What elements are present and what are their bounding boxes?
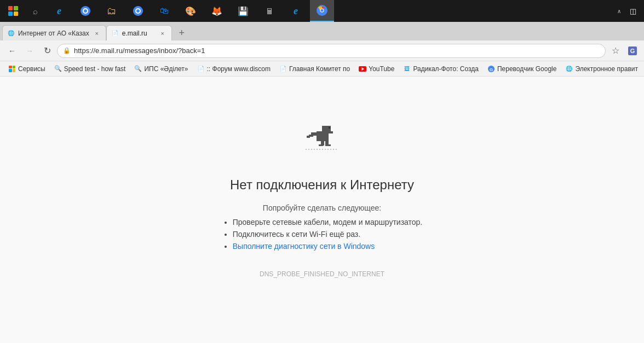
bookmark-radical-label: Радикал-Фото: Созда [413, 65, 479, 73]
taskbar: ⌕ e 🗂 🛍 🎨 🦊 💾 🖩 e ∧ ◫ [0, 0, 644, 22]
svg-text:G: G [490, 67, 493, 72]
bookmark-radical-favicon: 🖼 [403, 65, 411, 73]
tab1-close[interactable]: × [93, 29, 101, 38]
dino-container [306, 120, 338, 155]
bookmark-forum-label: :: Форум www.discom [207, 65, 271, 73]
svg-point-8 [321, 9, 324, 12]
tab1-favicon: 🌐 [7, 30, 15, 37]
bookmark-egov-favicon: 🌐 [565, 65, 573, 73]
error-code: DNS_PROBE_FINISHED_NO_INTERNET [260, 270, 384, 278]
back-button[interactable]: ← [4, 43, 20, 59]
bookmark-komitet-label: Главная Комитет по [289, 65, 350, 73]
bookmark-translate[interactable]: G Переводчик Google [484, 63, 561, 75]
error-bullet-link: Выполните диагностику сети в Windows [233, 242, 423, 251]
taskbar-search[interactable]: ⌕ [25, 3, 45, 19]
bookmark-speedtest-label: Speed test - how fast [64, 65, 126, 73]
taskbar-chrome-2[interactable] [126, 0, 150, 22]
taskbar-fox[interactable]: 🦊 [205, 0, 229, 22]
error-bullets: Проверьте сетевые кабели, модем и маршру… [222, 218, 423, 254]
bookmark-services[interactable]: Сервисы [4, 63, 49, 75]
svg-rect-17 [329, 131, 333, 133]
nav-bar: ← → ↻ 🔒 https://e.mail.ru/messages/inbox… [0, 40, 644, 61]
extension-button[interactable]: G [625, 44, 640, 58]
svg-rect-21 [307, 136, 310, 138]
tab1-title: Интернет от АО «Казах [18, 30, 89, 37]
tab2-title: e.mail.ru [122, 30, 155, 37]
browser-window: 🌐 Интернет от АО «Казах × 📄 e.mail.ru × … [0, 22, 644, 343]
bookmark-translate-label: Переводчик Google [497, 65, 557, 73]
bookmark-services-label: Сервисы [18, 65, 45, 73]
address-text: https://e.mail.ru/messages/inbox/?back=1 [74, 46, 600, 55]
taskbar-chrome-1[interactable] [73, 0, 97, 22]
taskbar-folder[interactable]: 🗂 [100, 0, 124, 22]
bookmark-adilet-favicon: 🔍 [134, 65, 142, 73]
svg-rect-26 [324, 135, 327, 137]
svg-rect-25 [325, 144, 331, 146]
svg-rect-27 [326, 137, 329, 138]
svg-rect-18 [329, 127, 330, 129]
star-button[interactable]: ☆ [608, 43, 623, 59]
tab2-close[interactable]: × [158, 29, 167, 38]
bookmark-youtube-label: YouTube [369, 65, 394, 73]
forward-button[interactable]: → [22, 43, 37, 59]
tray-chevron[interactable]: ∧ [615, 6, 623, 16]
bookmark-services-favicon [8, 65, 16, 73]
bookmark-komitet[interactable]: 📄 Главная Комитет по [275, 63, 354, 75]
bookmark-forum-favicon: 📄 [197, 65, 205, 73]
taskbar-edge[interactable]: e [47, 0, 71, 22]
page-content: Нет подключения к Интернету Попробуйте с… [0, 77, 644, 343]
taskbar-store[interactable]: 🛍 [152, 0, 176, 22]
dino-icon [306, 120, 338, 153]
tab-bar: 🌐 Интернет от АО «Казах × 📄 e.mail.ru × … [0, 22, 644, 40]
error-diagnose-link[interactable]: Выполните диагностику сети в Windows [233, 242, 375, 251]
bookmark-komitet-favicon: 📄 [279, 65, 287, 73]
svg-text:G: G [630, 48, 635, 54]
bookmark-youtube-favicon [359, 65, 366, 73]
bookmark-speedtest[interactable]: 🔍 Speed test - how fast [50, 63, 130, 75]
error-subtitle: Попробуйте сделать следующее: [263, 204, 381, 212]
svg-point-2 [84, 9, 87, 13]
taskbar-calc[interactable]: 🖩 [257, 0, 281, 22]
taskbar-chrome-active[interactable] [310, 0, 334, 22]
taskbar-paint[interactable]: 🎨 [179, 0, 203, 22]
taskbar-ie[interactable]: e [284, 0, 308, 22]
address-bar[interactable]: 🔒 https://e.mail.ru/messages/inbox/?back… [57, 44, 606, 58]
bookmark-egov-label: Электронное правит [575, 65, 638, 73]
bookmark-adilet[interactable]: 🔍 ИПС «Әділет» [130, 63, 192, 75]
bookmark-speedtest-favicon: 🔍 [54, 65, 62, 73]
bookmark-egov[interactable]: 🌐 Электронное правит [561, 63, 642, 75]
error-title: Нет подключения к Интернету [230, 177, 414, 193]
bookmark-youtube[interactable]: YouTube [355, 63, 398, 75]
tab-email[interactable]: 📄 e.mail.ru × [106, 25, 172, 40]
bookmark-adilet-label: ИПС «Әділет» [144, 65, 188, 73]
address-lock-icon: 🔒 [63, 47, 71, 54]
svg-rect-23 [319, 144, 323, 146]
bookmark-translate-favicon: G [487, 65, 495, 73]
refresh-button[interactable]: ↻ [39, 43, 55, 59]
bookmarks-bar: Сервисы 🔍 Speed test - how fast 🔍 ИПС «Ә… [0, 61, 644, 77]
error-bullet-2: Подключитесь к сети Wi-Fi ещё раз. [233, 230, 423, 239]
new-tab-button[interactable]: + [174, 25, 189, 40]
start-button[interactable] [3, 3, 23, 19]
bookmark-forum[interactable]: 📄 :: Форум www.discom [193, 63, 274, 75]
taskbar-tray: ◫ [625, 7, 641, 15]
svg-point-5 [136, 9, 140, 13]
tab-internet[interactable]: 🌐 Интернет от АО «Казах × [2, 25, 106, 40]
tab2-favicon: 📄 [111, 30, 119, 37]
error-bullet-1: Проверьте сетевые кабели, модем и маршру… [233, 218, 423, 226]
bookmark-radical[interactable]: 🖼 Радикал-Фото: Созда [399, 63, 482, 75]
taskbar-disk[interactable]: 💾 [231, 0, 255, 22]
